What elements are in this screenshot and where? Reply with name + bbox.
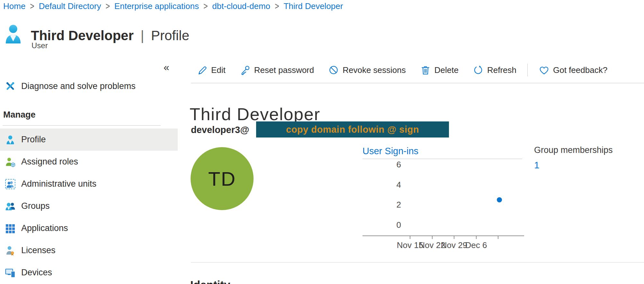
- applications-grid-icon: [5, 223, 15, 234]
- sidebar-item-label: Diagnose and solve problems: [21, 81, 136, 91]
- breadcrumb-separator: >: [203, 1, 208, 12]
- y-axis-tick-label: 2: [362, 200, 401, 210]
- profile-user-icon: [5, 135, 15, 145]
- sidebar-item-groups[interactable]: Groups: [0, 195, 178, 217]
- sidebar-item-diagnose[interactable]: Diagnose and solve problems: [0, 78, 178, 94]
- upn-prefix: developer3@: [191, 125, 249, 135]
- group-memberships-count-link[interactable]: 1: [534, 160, 613, 171]
- assigned-roles-icon: [5, 157, 15, 167]
- user-display-name: Third Developer: [190, 104, 320, 124]
- toolbar-label: Revoke sessions: [343, 65, 406, 75]
- heart-icon: [539, 65, 550, 75]
- sidebar: Diagnose and solve problems Manage Profi…: [0, 0, 178, 284]
- identity-section-heading: Identity: [190, 279, 230, 284]
- breadcrumb-third-developer[interactable]: Third Developer: [283, 1, 343, 11]
- toolbar-divider: [527, 64, 528, 76]
- sidebar-item-assigned-roles[interactable]: Assigned roles: [0, 151, 178, 173]
- breadcrumb-dbt-cloud-demo[interactable]: dbt-cloud-demo: [212, 1, 270, 11]
- pencil-icon: [197, 65, 208, 75]
- toolbar-label: Edit: [211, 65, 226, 75]
- reset-password-button[interactable]: Reset password: [233, 65, 321, 75]
- block-icon: [328, 65, 339, 75]
- x-axis-tick: [498, 236, 498, 239]
- chart-canvas: 6420Nov 15Nov 22Nov 29Dec 6: [362, 145, 538, 254]
- avatar: TD: [191, 147, 254, 210]
- x-axis-tick: [432, 236, 433, 239]
- group-memberships-label: Group memberships: [534, 145, 613, 155]
- sidebar-item-label: Administrative units: [21, 179, 96, 189]
- edit-button[interactable]: Edit: [190, 65, 233, 75]
- toolbar-label: Refresh: [487, 65, 516, 75]
- command-bar: Edit Reset password Revoke sessions: [190, 62, 614, 78]
- sidebar-item-label: Assigned roles: [21, 157, 78, 167]
- y-axis-tick-label: 4: [362, 180, 401, 190]
- breadcrumb-separator: >: [275, 1, 279, 12]
- sidebar-item-profile[interactable]: Profile: [0, 129, 178, 151]
- toolbar-label: Got feedback?: [553, 65, 607, 75]
- sidebar-item-label: Groups: [21, 201, 50, 211]
- revoke-sessions-button[interactable]: Revoke sessions: [321, 65, 413, 75]
- sidebar-item-administrative-units[interactable]: Administrative units: [0, 173, 178, 195]
- groups-icon: [5, 201, 15, 211]
- y-axis-tick-label: 6: [362, 159, 401, 170]
- sidebar-item-devices[interactable]: Devices: [0, 262, 178, 284]
- key-icon: [240, 65, 251, 75]
- refresh-icon: [473, 65, 484, 75]
- toolbar-rule: [191, 83, 644, 83]
- x-axis-line: [362, 235, 524, 236]
- y-axis-tick-label: 0: [362, 220, 401, 230]
- trash-icon: [420, 65, 431, 75]
- data-point: [497, 197, 502, 202]
- sidebar-item-label: Devices: [21, 268, 52, 278]
- x-axis-tick: [454, 236, 454, 239]
- got-feedback-button[interactable]: Got feedback?: [532, 65, 614, 75]
- sidebar-item-label: Profile: [21, 135, 46, 145]
- sidebar-section-divider: [3, 125, 161, 126]
- upn-domain-redaction: copy domain followin @ sign: [256, 121, 449, 138]
- sidebar-item-label: Applications: [21, 223, 68, 233]
- sidebar-item-applications[interactable]: Applications: [0, 217, 178, 239]
- delete-button[interactable]: Delete: [413, 65, 466, 75]
- group-memberships-block: Group memberships 1: [534, 145, 613, 171]
- azure-user-profile-page: Home > Default Directory > Enterprise ap…: [0, 0, 644, 284]
- administrative-units-icon: [5, 179, 15, 189]
- sidebar-item-licenses[interactable]: Licenses: [0, 239, 178, 262]
- x-axis-tick-label: Dec 6: [461, 240, 492, 250]
- licenses-icon: [5, 245, 15, 256]
- sidebar-item-label: Licenses: [21, 245, 56, 255]
- sidebar-section-manage: Manage: [3, 110, 36, 120]
- section-divider: [191, 262, 644, 262]
- toolbar-label: Delete: [434, 65, 459, 75]
- user-sign-ins-chart: User Sign-ins 6420Nov 15Nov 22Nov 29Dec …: [362, 145, 538, 254]
- x-axis-tick: [410, 236, 410, 239]
- diagnose-tools-icon: [5, 81, 15, 91]
- refresh-button[interactable]: Refresh: [466, 65, 523, 75]
- x-axis-tick: [476, 236, 477, 239]
- toolbar-label: Reset password: [254, 65, 314, 75]
- devices-icon: [5, 268, 15, 278]
